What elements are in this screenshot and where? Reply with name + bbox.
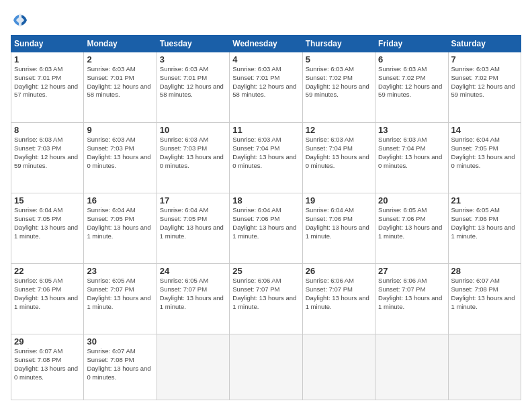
logo-icon xyxy=(11,11,30,30)
table-row: 22 Sunrise: 6:05 AMSunset: 7:06 PMDaylig… xyxy=(11,264,84,334)
day-info: Sunrise: 6:03 AMSunset: 7:01 PMDaylight:… xyxy=(14,65,81,99)
table-row: 18 Sunrise: 6:04 AMSunset: 7:06 PMDaylig… xyxy=(230,193,302,264)
table-row: 15 Sunrise: 6:04 AMSunset: 7:05 PMDaylig… xyxy=(11,193,84,264)
day-info: Sunrise: 6:03 AMSunset: 7:04 PMDaylight:… xyxy=(378,136,445,170)
table-row: 23 Sunrise: 6:05 AMSunset: 7:07 PMDaylig… xyxy=(84,264,157,334)
day-number: 13 xyxy=(378,125,445,135)
table-row: 14 Sunrise: 6:04 AMSunset: 7:05 PMDaylig… xyxy=(448,123,521,193)
day-info: Sunrise: 6:07 AMSunset: 7:08 PMDaylight:… xyxy=(451,277,518,311)
day-info: Sunrise: 6:03 AMSunset: 7:02 PMDaylight:… xyxy=(378,65,445,99)
day-number: 8 xyxy=(14,125,81,135)
day-number: 20 xyxy=(378,195,445,205)
day-number: 26 xyxy=(306,266,372,276)
table-row: 24 Sunrise: 6:05 AMSunset: 7:07 PMDaylig… xyxy=(157,264,229,334)
calendar-header-row: Sunday Monday Tuesday Wednesday Thursday… xyxy=(11,36,521,52)
calendar-table: Sunday Monday Tuesday Wednesday Thursday… xyxy=(11,35,521,400)
day-number: 4 xyxy=(232,54,299,64)
table-row: 6 Sunrise: 6:03 AMSunset: 7:02 PMDayligh… xyxy=(375,52,448,123)
day-info: Sunrise: 6:03 AMSunset: 7:02 PMDaylight:… xyxy=(451,65,518,99)
day-info: Sunrise: 6:03 AMSunset: 7:03 PMDaylight:… xyxy=(14,136,81,170)
col-monday: Monday xyxy=(84,36,157,52)
day-number: 5 xyxy=(306,54,372,64)
day-info: Sunrise: 6:03 AMSunset: 7:02 PMDaylight:… xyxy=(306,65,372,99)
table-row xyxy=(302,334,375,400)
day-info: Sunrise: 6:04 AMSunset: 7:05 PMDaylight:… xyxy=(87,206,153,240)
col-saturday: Saturday xyxy=(448,36,521,52)
day-number: 6 xyxy=(378,54,445,64)
day-info: Sunrise: 6:04 AMSunset: 7:06 PMDaylight:… xyxy=(232,206,299,240)
table-row: 17 Sunrise: 6:04 AMSunset: 7:05 PMDaylig… xyxy=(157,193,229,264)
day-info: Sunrise: 6:04 AMSunset: 7:06 PMDaylight:… xyxy=(306,206,372,240)
day-number: 11 xyxy=(232,125,299,135)
day-info: Sunrise: 6:06 AMSunset: 7:07 PMDaylight:… xyxy=(232,277,299,311)
day-info: Sunrise: 6:03 AMSunset: 7:03 PMDaylight:… xyxy=(160,136,226,170)
day-number: 9 xyxy=(87,125,153,135)
day-number: 30 xyxy=(87,336,153,347)
day-number: 10 xyxy=(160,125,226,135)
calendar-week-row: 8 Sunrise: 6:03 AMSunset: 7:03 PMDayligh… xyxy=(11,123,521,193)
day-info: Sunrise: 6:03 AMSunset: 7:03 PMDaylight:… xyxy=(87,136,153,170)
table-row: 12 Sunrise: 6:03 AMSunset: 7:04 PMDaylig… xyxy=(302,123,375,193)
day-info: Sunrise: 6:06 AMSunset: 7:07 PMDaylight:… xyxy=(378,277,445,311)
day-info: Sunrise: 6:05 AMSunset: 7:06 PMDaylight:… xyxy=(378,206,445,240)
calendar-week-row: 22 Sunrise: 6:05 AMSunset: 7:06 PMDaylig… xyxy=(11,264,521,334)
day-info: Sunrise: 6:03 AMSunset: 7:01 PMDaylight:… xyxy=(160,65,226,99)
table-row xyxy=(230,334,302,400)
table-row: 19 Sunrise: 6:04 AMSunset: 7:06 PMDaylig… xyxy=(302,193,375,264)
col-wednesday: Wednesday xyxy=(230,36,302,52)
col-thursday: Thursday xyxy=(302,36,375,52)
calendar-week-row: 1 Sunrise: 6:03 AMSunset: 7:01 PMDayligh… xyxy=(11,52,521,123)
day-info: Sunrise: 6:03 AMSunset: 7:01 PMDaylight:… xyxy=(87,65,153,99)
table-row: 13 Sunrise: 6:03 AMSunset: 7:04 PMDaylig… xyxy=(375,123,448,193)
col-sunday: Sunday xyxy=(11,36,84,52)
day-info: Sunrise: 6:07 AMSunset: 7:08 PMDaylight:… xyxy=(14,347,81,381)
table-row xyxy=(157,334,229,400)
table-row: 11 Sunrise: 6:03 AMSunset: 7:04 PMDaylig… xyxy=(230,123,302,193)
day-number: 19 xyxy=(306,195,372,205)
day-info: Sunrise: 6:03 AMSunset: 7:04 PMDaylight:… xyxy=(306,136,372,170)
table-row: 1 Sunrise: 6:03 AMSunset: 7:01 PMDayligh… xyxy=(11,52,84,123)
day-info: Sunrise: 6:05 AMSunset: 7:06 PMDaylight:… xyxy=(14,277,81,311)
table-row: 29 Sunrise: 6:07 AMSunset: 7:08 PMDaylig… xyxy=(11,334,84,400)
day-number: 24 xyxy=(160,266,226,276)
day-info: Sunrise: 6:05 AMSunset: 7:07 PMDaylight:… xyxy=(87,277,153,311)
day-number: 25 xyxy=(232,266,299,276)
table-row: 8 Sunrise: 6:03 AMSunset: 7:03 PMDayligh… xyxy=(11,123,84,193)
page: Sunday Monday Tuesday Wednesday Thursday… xyxy=(0,0,532,411)
table-row: 30 Sunrise: 6:07 AMSunset: 7:08 PMDaylig… xyxy=(84,334,157,400)
day-info: Sunrise: 6:05 AMSunset: 7:07 PMDaylight:… xyxy=(160,277,226,311)
day-number: 16 xyxy=(87,195,153,205)
day-info: Sunrise: 6:03 AMSunset: 7:01 PMDaylight:… xyxy=(232,65,299,99)
day-number: 23 xyxy=(87,266,153,276)
table-row: 4 Sunrise: 6:03 AMSunset: 7:01 PMDayligh… xyxy=(230,52,302,123)
day-info: Sunrise: 6:05 AMSunset: 7:06 PMDaylight:… xyxy=(451,206,518,240)
table-row: 25 Sunrise: 6:06 AMSunset: 7:07 PMDaylig… xyxy=(230,264,302,334)
table-row: 26 Sunrise: 6:06 AMSunset: 7:07 PMDaylig… xyxy=(302,264,375,334)
day-number: 27 xyxy=(378,266,445,276)
logo xyxy=(11,11,32,30)
day-number: 3 xyxy=(160,54,226,64)
table-row xyxy=(448,334,521,400)
calendar-week-row: 29 Sunrise: 6:07 AMSunset: 7:08 PMDaylig… xyxy=(11,334,521,400)
table-row: 16 Sunrise: 6:04 AMSunset: 7:05 PMDaylig… xyxy=(84,193,157,264)
col-tuesday: Tuesday xyxy=(157,36,229,52)
day-info: Sunrise: 6:07 AMSunset: 7:08 PMDaylight:… xyxy=(87,347,153,381)
day-number: 7 xyxy=(451,54,518,64)
day-number: 17 xyxy=(160,195,226,205)
day-number: 15 xyxy=(14,195,81,205)
table-row: 10 Sunrise: 6:03 AMSunset: 7:03 PMDaylig… xyxy=(157,123,229,193)
day-info: Sunrise: 6:06 AMSunset: 7:07 PMDaylight:… xyxy=(306,277,372,311)
table-row: 7 Sunrise: 6:03 AMSunset: 7:02 PMDayligh… xyxy=(448,52,521,123)
table-row: 9 Sunrise: 6:03 AMSunset: 7:03 PMDayligh… xyxy=(84,123,157,193)
day-number: 12 xyxy=(306,125,372,135)
day-number: 28 xyxy=(451,266,518,276)
day-number: 18 xyxy=(232,195,299,205)
table-row: 5 Sunrise: 6:03 AMSunset: 7:02 PMDayligh… xyxy=(302,52,375,123)
table-row: 21 Sunrise: 6:05 AMSunset: 7:06 PMDaylig… xyxy=(448,193,521,264)
day-number: 29 xyxy=(14,336,81,347)
day-number: 2 xyxy=(87,54,153,64)
header xyxy=(11,11,521,30)
day-number: 1 xyxy=(14,54,81,64)
table-row: 3 Sunrise: 6:03 AMSunset: 7:01 PMDayligh… xyxy=(157,52,229,123)
calendar-week-row: 15 Sunrise: 6:04 AMSunset: 7:05 PMDaylig… xyxy=(11,193,521,264)
